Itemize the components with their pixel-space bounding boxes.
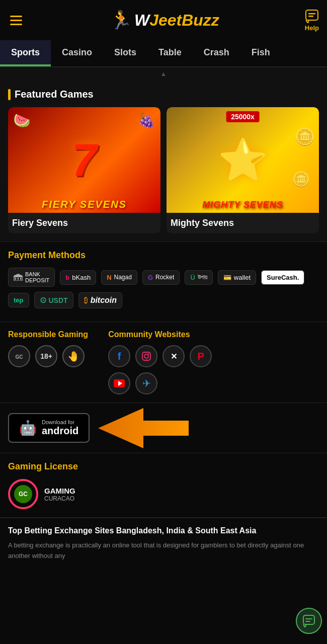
floating-chat-button[interactable] (296, 608, 322, 634)
nav-casino[interactable]: Casino (51, 40, 103, 66)
usdt-badge[interactable]: ⊙ USDT (34, 292, 73, 308)
license-title: Gaming License (8, 461, 319, 472)
game-card-mighty-sevens[interactable]: 25000x ⭐ 🪙 🪙 MIGHTY SEVENS Mighty Sevens (167, 107, 319, 233)
game-card-fiery-sevens[interactable]: 🍉 🍇 7 FIERY SEVENS Fiery Sevens (8, 107, 160, 233)
nav-table[interactable]: Table (147, 40, 193, 66)
payment-row-2: tep ⊙ USDT ₿ bitcoin (8, 292, 319, 308)
help-button[interactable]: Help (305, 9, 319, 32)
nav-crash[interactable]: Crash (193, 40, 240, 66)
upay-badge[interactable]: Ü উপায় (185, 270, 212, 285)
upay-icon: Ü (190, 274, 195, 281)
payment-title: Payment Methods (8, 250, 319, 261)
usdt-label: USDT (49, 296, 68, 304)
nagad-label: Nagad (114, 274, 132, 281)
usdt-icon: ⊙ (40, 295, 46, 305)
footer-body: A betting exchange is practically an onl… (8, 540, 319, 561)
nagad-badge[interactable]: N Nagad (101, 270, 137, 285)
seven-number: 7 (71, 134, 97, 186)
wallet-badge[interactable]: 💳 wallet (218, 270, 256, 285)
18plus-icon[interactable]: 18+ (35, 345, 57, 367)
watermelon-icon: 🍉 (13, 112, 31, 129)
svg-rect-22 (305, 621, 310, 622)
mighty-sevens-title: Mighty Sevens (167, 213, 319, 233)
coin-icon-1: 🪙 (295, 127, 315, 146)
payment-methods-section: Payment Methods BANKDEPOSIT b bKash N Na… (0, 242, 327, 321)
instagram-icon[interactable] (135, 345, 157, 367)
mighty-sevens-game-label: MIGHTY SEVENS (202, 200, 283, 210)
svg-rect-4 (14, 276, 23, 277)
svg-point-13 (148, 353, 149, 354)
bkash-badge[interactable]: b bKash (60, 270, 96, 285)
bottom-links: Responsible Gaming GC 18+ 🤚 Community We… (0, 321, 327, 403)
community-icons: f ✕ P ✈ (108, 345, 219, 394)
svg-rect-20 (303, 615, 314, 624)
featured-games-section: Featured Games 🍉 🍇 7 FIERY SEVENS Fiery … (0, 80, 327, 242)
svg-rect-7 (18, 278, 19, 280)
bank-deposit-badge[interactable]: BANKDEPOSIT (8, 268, 55, 287)
responsible-gaming-icons: GC 18+ 🤚 (8, 345, 88, 367)
scroll-indicator (0, 67, 327, 80)
bkash-label: bKash (72, 274, 91, 281)
tep-badge[interactable]: tep (8, 293, 29, 307)
chat-icon (305, 9, 319, 23)
svg-rect-2 (308, 16, 313, 17)
responsible-gaming-title: Responsible Gaming (8, 330, 88, 339)
gaming-license-section: Gaming License GC GAMING CURACAO (0, 453, 327, 517)
svg-rect-8 (20, 278, 21, 280)
facebook-icon[interactable]: f (108, 345, 130, 367)
android-icon: 🤖 (19, 420, 37, 436)
svg-marker-16 (98, 408, 189, 448)
logo-icon: 🏃 (110, 10, 132, 31)
svg-rect-11 (142, 352, 150, 360)
download-android-button[interactable]: 🤖 Download for android (8, 413, 90, 443)
community-title: Community Websites (108, 330, 219, 339)
nav-sports[interactable]: Sports (0, 40, 51, 66)
pinterest-icon[interactable]: P (190, 345, 212, 367)
nav-slots[interactable]: Slots (103, 40, 147, 66)
logo: 🏃 WJeetBuzz (24, 10, 305, 31)
upay-label: উপায় (198, 274, 207, 281)
gamcare-icon[interactable]: GC (8, 345, 30, 367)
youtube-icon[interactable] (108, 372, 130, 394)
svg-rect-6 (15, 278, 16, 280)
svg-point-12 (144, 354, 148, 358)
gaming-curacao-logo: GC (8, 479, 38, 509)
wallet-label: wallet (234, 274, 251, 281)
telegram-icon[interactable]: ✈ (135, 372, 157, 394)
fiery-sevens-thumbnail: 🍉 🍇 7 FIERY SEVENS (8, 107, 160, 213)
android-text: Download for android (42, 419, 78, 437)
hamburger-menu[interactable] (8, 14, 24, 27)
twitter-x-icon[interactable]: ✕ (162, 345, 185, 367)
gaming-curacao-text: GAMING CURACAO (44, 487, 75, 502)
grapes-icon: 🍇 (138, 112, 155, 129)
bitcoin-label: bitcoin (91, 296, 117, 305)
responsible-gaming-col: Responsible Gaming GC 18+ 🤚 (8, 330, 88, 394)
floating-chat-icon (302, 614, 315, 627)
nagad-icon: N (107, 274, 111, 281)
footer-title: Top Betting Exchange Sites Bangladesh, I… (8, 526, 319, 535)
safe-hand-icon[interactable]: 🤚 (62, 345, 85, 367)
surecash-label: SureCash. (267, 274, 299, 281)
header: 🏃 WJeetBuzz Help (0, 0, 327, 40)
wallet-icon: 💳 (223, 274, 231, 281)
svg-text:GC: GC (16, 354, 23, 360)
rocket-label: Rocket (155, 274, 174, 281)
featured-title: Featured Games (8, 89, 319, 100)
svg-rect-0 (306, 10, 318, 20)
main-nav: Sports Casino Slots Table Crash Fish (0, 40, 327, 67)
fiery-sevens-game-label: FIERY SEVENS (42, 199, 127, 210)
surecash-badge[interactable]: SureCash. (261, 270, 304, 285)
bank-icon (14, 274, 23, 281)
logo-text: WJeetBuzz (134, 11, 219, 30)
payment-row-1: BANKDEPOSIT b bKash N Nagad G Rocket Ü উ… (8, 268, 319, 287)
mighty-art: 25000x ⭐ 🪙 🪙 MIGHTY SEVENS (167, 107, 319, 213)
bitcoin-icon: ₿ (84, 296, 88, 305)
mighty-sevens-thumbnail: 25000x ⭐ 🪙 🪙 MIGHTY SEVENS (167, 107, 319, 213)
nav-fish[interactable]: Fish (240, 40, 281, 66)
rocket-badge[interactable]: G Rocket (142, 270, 180, 285)
star-icon: ⭐ (218, 136, 268, 184)
footer-section: Top Betting Exchange Sites Bangladesh, I… (0, 518, 327, 570)
bitcoin-badge[interactable]: ₿ bitcoin (78, 292, 122, 308)
fiery-sevens-title: Fiery Sevens (8, 213, 160, 233)
community-col: Community Websites f ✕ P (108, 330, 219, 394)
